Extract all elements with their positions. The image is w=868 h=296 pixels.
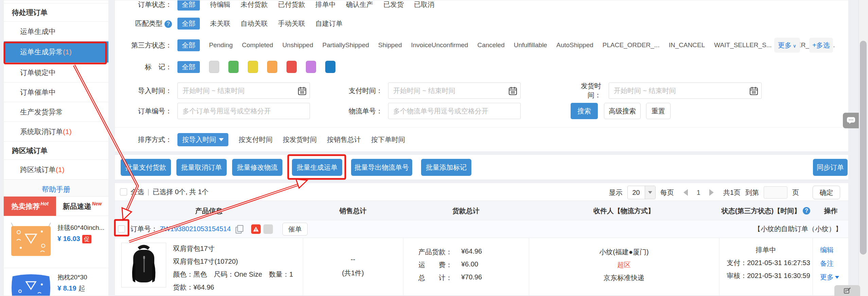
next-page-icon[interactable] <box>709 189 714 196</box>
status-option[interactable]: 未付货款 <box>241 0 268 9</box>
match-option[interactable]: 手动关联 <box>278 19 305 28</box>
sidebar-item-cross-region-orders[interactable]: 跨区域订单(1) <box>4 160 108 180</box>
select-all-checkbox[interactable] <box>120 188 127 196</box>
advanced-search-button[interactable]: 高级搜索 <box>604 103 641 119</box>
status-all-chip[interactable]: 全部 <box>177 0 200 11</box>
batch-pay-button[interactable]: 批量支付货款 <box>121 159 171 176</box>
sidebar-item-order-urging[interactable]: 订单催单中 <box>4 82 108 102</box>
match-option[interactable]: 自动关联 <box>241 19 268 28</box>
mark-all-chip[interactable]: 全部 <box>177 61 200 73</box>
third-option[interactable]: IN_CANCEL <box>669 41 705 49</box>
status-option[interactable]: 排单中 <box>315 0 336 9</box>
page-size-select[interactable]: 20 <box>627 186 656 199</box>
sort-option[interactable]: 按发货时间 <box>283 135 317 144</box>
warning-icon[interactable] <box>251 224 261 234</box>
mark-swatch-purple[interactable] <box>306 61 316 73</box>
promo-product-tapestry[interactable]: 挂毯60*40inch... ¥ 16.03促 <box>4 216 108 268</box>
help-icon[interactable]: ? <box>164 20 172 28</box>
order-number-link[interactable]: ZW1938021053154514 <box>160 225 231 233</box>
goto-page-input[interactable] <box>764 186 787 199</box>
confirm-button[interactable]: 确定 <box>813 186 840 199</box>
batch-add-mark-button[interactable]: 批量添加标记 <box>421 159 471 176</box>
audit-time-value: 审核：2021-05-31 16:30:59 <box>719 271 818 280</box>
status-option[interactable]: 已发货 <box>383 0 404 9</box>
match-option[interactable]: 自建订单 <box>315 19 343 28</box>
ship-time-input[interactable] <box>609 82 762 99</box>
third-option[interactable]: Unshipped <box>282 41 313 49</box>
calendar-icon[interactable] <box>749 86 758 97</box>
scrollbar-thumb[interactable] <box>860 41 867 255</box>
sort-option[interactable]: 按销售总计 <box>327 135 361 144</box>
urge-order-button[interactable]: 催单 <box>282 223 308 236</box>
mark-swatch-blue[interactable] <box>325 61 335 73</box>
third-option[interactable]: Completed <box>242 41 273 49</box>
batch-modify-logistics-button[interactable]: 批量修改物流 <box>232 159 282 176</box>
batch-export-tracking-button[interactable]: 批量导出物流单号 <box>351 159 412 176</box>
match-all-chip[interactable]: 全部 <box>177 18 200 30</box>
sync-orders-button[interactable]: 同步订单 <box>813 159 848 176</box>
amount-shipping: 运 费：¥6.00 <box>418 260 478 270</box>
more-statuses-button[interactable]: 更多 ∨ <box>774 38 800 53</box>
mark-swatch-red[interactable] <box>287 61 297 73</box>
mark-placeholder-icon[interactable] <box>263 224 273 234</box>
more-actions-link[interactable]: 更多 <box>820 273 839 282</box>
copy-icon[interactable] <box>236 225 243 233</box>
third-option[interactable]: PartiallyShipped <box>322 41 369 49</box>
third-option[interactable]: Unfulfillable <box>514 41 547 49</box>
sidebar-item-system-cancelled[interactable]: 系统取消订单(1) <box>4 122 108 142</box>
search-button[interactable]: 搜索 <box>571 103 598 119</box>
mark-swatch-gray[interactable] <box>209 61 219 73</box>
item-count: (1) <box>63 48 72 56</box>
third-option[interactable]: Canceled <box>477 41 504 49</box>
prev-page-icon[interactable] <box>683 189 688 196</box>
match-option[interactable]: 未关联 <box>210 19 230 28</box>
multi-select-button[interactable]: +多选 <box>809 38 833 53</box>
sort-selected-pill[interactable]: 按导入时间 <box>177 133 228 146</box>
calendar-icon[interactable] <box>508 86 517 97</box>
chat-bubble-button[interactable] <box>843 113 859 128</box>
feedback-edit-button[interactable] <box>834 285 860 296</box>
status-option[interactable]: 确认生产 <box>346 0 373 9</box>
hot-tag: Hot <box>40 201 48 206</box>
separator: | <box>147 188 149 196</box>
tab-hot-sale[interactable]: 热卖推荐Hot <box>4 197 56 216</box>
tracking-no-input[interactable] <box>388 103 521 119</box>
import-time-range <box>177 82 310 99</box>
sidebar-item-order-locked[interactable]: 订单锁定中 <box>4 63 108 82</box>
promo-product-pillow[interactable]: 抱枕20*30 ¥ 8.19起 <box>4 268 108 296</box>
mark-swatch-green[interactable] <box>228 61 239 73</box>
calendar-icon[interactable] <box>298 86 307 97</box>
sidebar-item-waybill-error[interactable]: 运单生成异常(1) <box>4 41 108 63</box>
third-option[interactable]: PLACE_ORDER_... <box>603 41 660 49</box>
batch-generate-waybill-button[interactable]: 批量生成运单 <box>292 159 342 176</box>
pay-time-input[interactable] <box>388 82 521 99</box>
filter-row-sort: 排序方式： 按导入时间 按支付时间 按发货时间 按销售总计 按下单时间 <box>115 131 848 148</box>
reset-button[interactable]: 重置 <box>646 103 671 119</box>
batch-cancel-button[interactable]: 批量取消订单 <box>176 159 227 176</box>
mark-swatch-yellow[interactable] <box>248 61 258 73</box>
tab-new-arrivals[interactable]: 新品速递New <box>56 197 108 216</box>
order-checkbox[interactable] <box>118 225 125 233</box>
status-option[interactable]: 已付货款 <box>278 0 305 9</box>
status-option[interactable]: 已取消 <box>414 0 434 9</box>
third-all-chip[interactable]: 全部 <box>177 39 200 51</box>
mark-swatch-orange[interactable] <box>267 61 277 73</box>
status-option[interactable]: 待编辑 <box>210 0 230 9</box>
order-no-input[interactable] <box>177 103 310 119</box>
order-no-label: 订单编号： <box>115 107 172 116</box>
sort-option[interactable]: 按支付时间 <box>239 135 273 144</box>
product-image[interactable] <box>121 243 166 288</box>
third-option[interactable]: WAIT_SELLER_S... <box>714 41 771 49</box>
filter-row-third-party-status: 第三方状态： 全部 Pending Completed Unshipped Pa… <box>115 38 848 52</box>
sidebar-item-production-error[interactable]: 生产发货异常 <box>4 102 108 122</box>
third-option[interactable]: Shipped <box>378 41 402 49</box>
remark-action-link[interactable]: 备注 <box>820 259 834 268</box>
import-time-input[interactable] <box>177 82 310 99</box>
help-icon[interactable]: ? <box>803 207 810 215</box>
third-option[interactable]: InvoiceUnconfirmed <box>411 41 468 49</box>
edit-action-link[interactable]: 编辑 <box>820 245 834 255</box>
sidebar-item-waybill-generating[interactable]: 运单生成中 <box>4 22 108 41</box>
sort-option[interactable]: 按下单时间 <box>371 135 405 144</box>
third-option[interactable]: Pending <box>209 41 233 49</box>
third-option[interactable]: AutoShipped <box>556 41 593 49</box>
